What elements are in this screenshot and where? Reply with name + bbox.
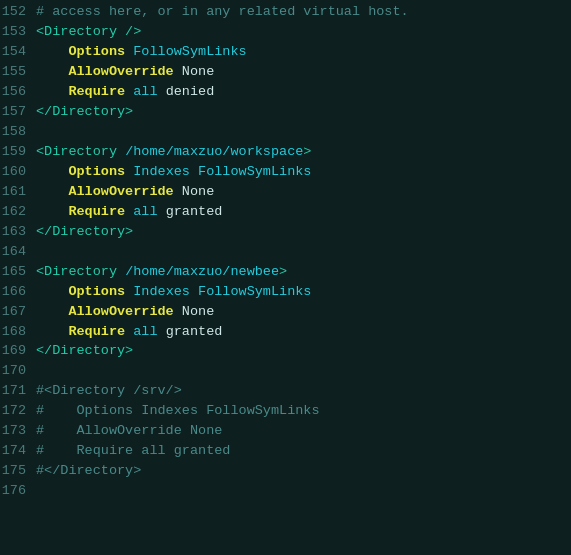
line-number: 169 xyxy=(0,341,36,361)
line-content: Options Indexes FollowSymLinks xyxy=(36,282,565,302)
code-line: 173# AllowOverride None xyxy=(0,421,571,441)
token: AllowOverride xyxy=(68,64,173,79)
token: #<Directory /srv/> xyxy=(36,383,182,398)
line-number: 155 xyxy=(0,62,36,82)
token: #</Directory> xyxy=(36,463,141,478)
code-line: 156 Require all denied xyxy=(0,82,571,102)
token: all xyxy=(133,324,157,339)
token xyxy=(36,44,68,59)
code-line: 162 Require all granted xyxy=(0,202,571,222)
line-content: # Require all granted xyxy=(36,441,565,461)
token: None xyxy=(174,184,215,199)
token: # Options Indexes FollowSymLinks xyxy=(36,403,320,418)
line-content: AllowOverride None xyxy=(36,62,565,82)
token: None xyxy=(174,304,215,319)
line-content: # Options Indexes FollowSymLinks xyxy=(36,401,565,421)
code-line: 157</Directory> xyxy=(0,102,571,122)
token: /home/maxzuo/newbee xyxy=(125,264,279,279)
line-number: 171 xyxy=(0,381,36,401)
line-number: 159 xyxy=(0,142,36,162)
line-number: 168 xyxy=(0,322,36,342)
token: <Directory xyxy=(36,144,125,159)
token: Indexes FollowSymLinks xyxy=(125,164,311,179)
token: denied xyxy=(158,84,215,99)
code-line: 159<Directory /home/maxzuo/workspace> xyxy=(0,142,571,162)
token xyxy=(36,84,68,99)
code-line: 169</Directory> xyxy=(0,341,571,361)
token: None xyxy=(174,64,215,79)
line-number: 152 xyxy=(0,2,36,22)
token: /home/maxzuo/workspace xyxy=(125,144,303,159)
code-line: 175#</Directory> xyxy=(0,461,571,481)
line-content: AllowOverride None xyxy=(36,182,565,202)
line-content: Require all denied xyxy=(36,82,565,102)
code-line: 161 AllowOverride None xyxy=(0,182,571,202)
token xyxy=(36,284,68,299)
token xyxy=(36,64,68,79)
token: # AllowOverride None xyxy=(36,423,222,438)
line-number: 170 xyxy=(0,361,36,381)
token xyxy=(36,324,68,339)
token: granted xyxy=(158,204,223,219)
line-content: Options FollowSymLinks xyxy=(36,42,565,62)
code-editor: 152# access here, or in any related virt… xyxy=(0,0,571,503)
line-number: 153 xyxy=(0,22,36,42)
code-line: 174# Require all granted xyxy=(0,441,571,461)
line-number: 166 xyxy=(0,282,36,302)
line-content: Require all granted xyxy=(36,322,565,342)
code-line: 163</Directory> xyxy=(0,222,571,242)
code-line: 167 AllowOverride None xyxy=(0,302,571,322)
line-content: </Directory> xyxy=(36,102,565,122)
line-number: 173 xyxy=(0,421,36,441)
token: # access here, or in any related virtual… xyxy=(36,4,409,19)
token: AllowOverride xyxy=(68,184,173,199)
code-line: 155 AllowOverride None xyxy=(0,62,571,82)
line-number: 176 xyxy=(0,481,36,501)
token: granted xyxy=(158,324,223,339)
token: > xyxy=(303,144,311,159)
token xyxy=(36,304,68,319)
code-line: 153<Directory /> xyxy=(0,22,571,42)
token: Options xyxy=(68,44,125,59)
code-line: 172# Options Indexes FollowSymLinks xyxy=(0,401,571,421)
token: </Directory> xyxy=(36,104,133,119)
code-line: 165<Directory /home/maxzuo/newbee> xyxy=(0,262,571,282)
token: Options xyxy=(68,284,125,299)
line-content: # access here, or in any related virtual… xyxy=(36,2,565,22)
token: Indexes FollowSymLinks xyxy=(125,284,311,299)
token: FollowSymLinks xyxy=(125,44,247,59)
line-number: 175 xyxy=(0,461,36,481)
line-number: 162 xyxy=(0,202,36,222)
line-content: Require all granted xyxy=(36,202,565,222)
code-line: 152# access here, or in any related virt… xyxy=(0,2,571,22)
code-line: 170 xyxy=(0,361,571,381)
token: Options xyxy=(68,164,125,179)
token: Require xyxy=(68,204,125,219)
token: # Require all granted xyxy=(36,443,230,458)
code-line: 171#<Directory /srv/> xyxy=(0,381,571,401)
token: all xyxy=(133,204,157,219)
line-content: #<Directory /srv/> xyxy=(36,381,565,401)
line-number: 158 xyxy=(0,122,36,142)
line-number: 165 xyxy=(0,262,36,282)
code-line: 176 xyxy=(0,481,571,501)
line-content: #</Directory> xyxy=(36,461,565,481)
line-content: </Directory> xyxy=(36,222,565,242)
line-number: 163 xyxy=(0,222,36,242)
line-content: AllowOverride None xyxy=(36,302,565,322)
token: <Directory /> xyxy=(36,24,141,39)
code-line: 164 xyxy=(0,242,571,262)
token: </Directory> xyxy=(36,343,133,358)
line-number: 157 xyxy=(0,102,36,122)
line-number: 154 xyxy=(0,42,36,62)
token xyxy=(36,184,68,199)
line-number: 156 xyxy=(0,82,36,102)
line-content: <Directory /> xyxy=(36,22,565,42)
line-number: 167 xyxy=(0,302,36,322)
token: all xyxy=(133,84,157,99)
code-line: 168 Require all granted xyxy=(0,322,571,342)
token xyxy=(36,164,68,179)
token: </Directory> xyxy=(36,224,133,239)
token: <Directory xyxy=(36,264,125,279)
token: AllowOverride xyxy=(68,304,173,319)
